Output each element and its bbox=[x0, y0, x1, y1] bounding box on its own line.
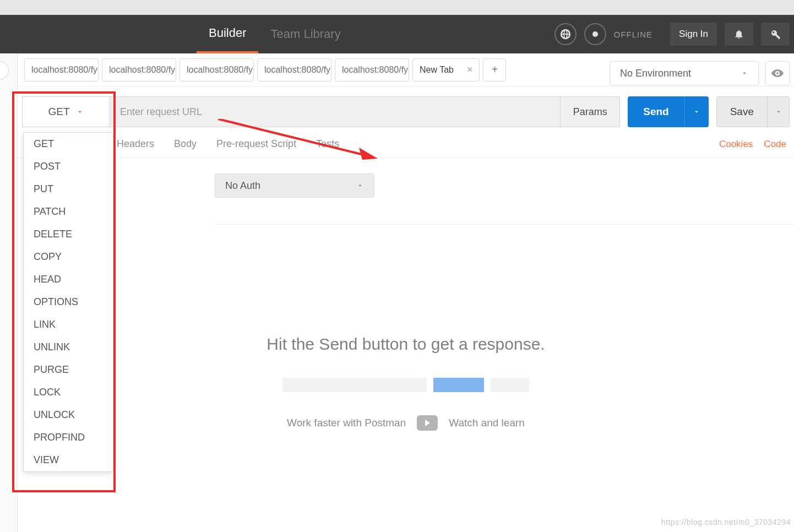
sub-tabs: Headers Body Pre-request Script Tests Co… bbox=[18, 131, 794, 158]
sidebar-toggle[interactable] bbox=[0, 61, 9, 80]
nav-team-library[interactable]: Team Library bbox=[258, 15, 352, 53]
offline-status: OFFLINE bbox=[614, 30, 652, 39]
auth-type-select[interactable]: No Auth bbox=[215, 173, 374, 198]
save-dropdown[interactable] bbox=[768, 96, 790, 127]
method-dropdown-menu: GET POST PUT PATCH DELETE COPY HEAD OPTI… bbox=[23, 132, 113, 472]
chevron-down-icon bbox=[775, 108, 782, 116]
bell-icon bbox=[733, 29, 744, 40]
tab-body[interactable]: Body bbox=[174, 138, 197, 150]
sync-icon[interactable] bbox=[584, 23, 606, 45]
chevron-down-icon bbox=[693, 108, 700, 116]
main-panel: localhost:8080/fy localhost:8080/fy loca… bbox=[18, 53, 794, 532]
save-button[interactable]: Save bbox=[716, 96, 768, 127]
method-option[interactable]: DELETE bbox=[24, 223, 113, 246]
send-dropdown[interactable] bbox=[684, 96, 709, 127]
cookies-link[interactable]: Cookies bbox=[719, 139, 753, 150]
method-option[interactable]: PROPFIND bbox=[24, 426, 113, 449]
auth-area: No Auth bbox=[18, 158, 794, 240]
method-option[interactable]: UNLINK bbox=[24, 336, 113, 359]
request-tab[interactable]: localhost:8080/fy bbox=[102, 58, 176, 82]
request-tab[interactable]: localhost:8080/fy bbox=[257, 58, 331, 82]
method-option[interactable]: OPTIONS bbox=[24, 291, 113, 313]
tab-prerequest[interactable]: Pre-request Script bbox=[216, 138, 296, 150]
workspace: localhost:8080/fy localhost:8080/fy loca… bbox=[0, 53, 794, 532]
method-option[interactable]: UNLOCK bbox=[24, 404, 113, 426]
method-option[interactable]: PUT bbox=[24, 178, 113, 200]
method-option[interactable]: PATCH bbox=[24, 200, 113, 223]
request-tab[interactable]: localhost:8080/fy bbox=[335, 58, 409, 82]
svg-point-0 bbox=[592, 31, 598, 37]
method-option[interactable]: GET bbox=[24, 133, 113, 155]
method-option[interactable]: LINK bbox=[24, 313, 113, 336]
params-button[interactable]: Params bbox=[561, 96, 620, 127]
chevron-down-icon bbox=[75, 107, 84, 116]
environment-select[interactable]: No Environment bbox=[610, 61, 759, 85]
request-tab[interactable]: localhost:8080/fy bbox=[24, 58, 99, 82]
notifications-button[interactable] bbox=[725, 23, 753, 46]
method-option[interactable]: POST bbox=[24, 155, 113, 178]
learn-left-text: Work faster with Postman bbox=[287, 417, 406, 429]
request-tab-active[interactable]: New Tab × bbox=[412, 58, 480, 82]
send-button[interactable]: Send bbox=[628, 96, 684, 127]
learn-row: Work faster with Postman Watch and learn bbox=[18, 415, 794, 431]
divider bbox=[215, 224, 794, 225]
auth-type-label: No Auth bbox=[225, 180, 260, 192]
method-option[interactable]: PURGE bbox=[24, 359, 113, 381]
play-icon[interactable] bbox=[417, 415, 438, 431]
nav-builder[interactable]: Builder bbox=[197, 15, 258, 53]
environment-label: No Environment bbox=[620, 68, 691, 79]
empty-title: Hit the Send button to get a response. bbox=[18, 335, 794, 354]
sign-in-button[interactable]: Sign In bbox=[670, 23, 717, 46]
close-icon[interactable]: × bbox=[467, 64, 473, 75]
tab-tests[interactable]: Tests bbox=[316, 138, 339, 150]
globe-icon[interactable] bbox=[554, 23, 577, 45]
chevron-down-icon bbox=[356, 182, 364, 189]
request-tab-label: New Tab bbox=[420, 65, 454, 75]
placeholder-illustration bbox=[18, 378, 794, 392]
url-row: GET Params Send Save bbox=[22, 96, 790, 127]
empty-response: Hit the Send button to get a response. W… bbox=[18, 335, 794, 431]
learn-right-text: Watch and learn bbox=[449, 417, 525, 429]
env-preview-button[interactable] bbox=[765, 61, 790, 85]
add-tab-button[interactable]: + bbox=[483, 58, 506, 82]
method-option[interactable]: COPY bbox=[24, 246, 113, 268]
header-bar: Builder Team Library OFFLINE Sign In bbox=[0, 15, 794, 53]
method-option[interactable]: VIEW bbox=[24, 449, 113, 471]
wrench-icon bbox=[770, 29, 781, 40]
url-input[interactable] bbox=[110, 96, 561, 127]
request-tabs-row: localhost:8080/fy localhost:8080/fy loca… bbox=[18, 53, 794, 86]
eye-icon bbox=[771, 67, 784, 80]
request-tab[interactable]: localhost:8080/fy bbox=[180, 58, 254, 82]
method-option[interactable]: HEAD bbox=[24, 268, 113, 291]
method-option[interactable]: LOCK bbox=[24, 381, 113, 404]
settings-button[interactable] bbox=[761, 23, 790, 46]
tab-headers[interactable]: Headers bbox=[117, 138, 154, 150]
app-top-strip bbox=[0, 0, 794, 15]
chevron-down-icon bbox=[741, 69, 748, 77]
watermark: https://blog.csdn.net/m0_37034294 bbox=[661, 518, 791, 526]
method-select[interactable]: GET bbox=[22, 96, 110, 127]
method-label: GET bbox=[48, 106, 69, 118]
code-link[interactable]: Code bbox=[764, 139, 786, 150]
sidebar-collapsed bbox=[0, 53, 18, 532]
